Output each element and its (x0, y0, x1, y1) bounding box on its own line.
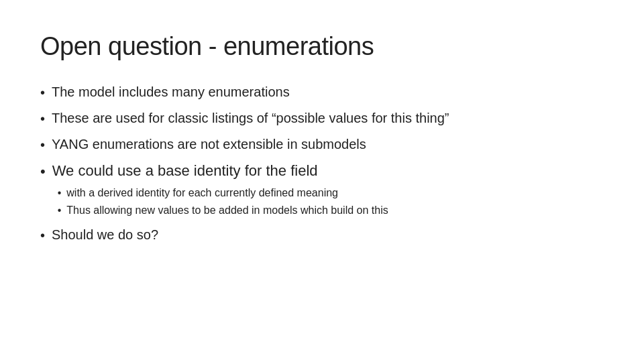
bullet-dot-3: • (40, 135, 45, 154)
nested-item-1: • with a derived identity for each curre… (58, 186, 388, 200)
bullet-item-3: • YANG enumerations are not extensible i… (40, 135, 604, 154)
bullet-text-2: These are used for classic listings of “… (52, 109, 449, 127)
bullet-dot-1: • (40, 83, 45, 102)
nested-text-1: with a derived identity for each current… (66, 186, 338, 200)
slide: Open question - enumerations • The model… (0, 0, 644, 362)
bullet-dot-2: • (40, 109, 45, 128)
nested-item-2: • Thus allowing new values to be added i… (58, 203, 388, 218)
bullet-dot-4: • (40, 162, 46, 182)
bullet-item-2: • These are used for classic listings of… (40, 109, 604, 128)
slide-title: Open question - enumerations (40, 32, 604, 61)
nested-dot-2: • (58, 203, 62, 218)
bullet-text-4: We could use a base identity for the fie… (52, 161, 388, 182)
bullet-text-5: Should we do so? (52, 225, 158, 244)
bullet-text-3: YANG enumerations are not extensible in … (52, 135, 366, 154)
nested-list-4: • with a derived identity for each curre… (58, 186, 388, 219)
bullet-item-4: • We could use a base identity for the f… (40, 161, 604, 219)
bullet-list: • The model includes many enumerations •… (40, 82, 604, 245)
bullet-item-5: • Should we do so? (40, 225, 604, 245)
bullet-text-1: The model includes many enumerations (52, 82, 290, 101)
bullet-wrapper-4: We could use a base identity for the fie… (52, 161, 388, 219)
nested-text-2: Thus allowing new values to be added in … (66, 203, 388, 218)
nested-dot-1: • (58, 186, 62, 200)
bullet-dot-5: • (40, 226, 45, 245)
bullet-item-1: • The model includes many enumerations (40, 82, 604, 102)
